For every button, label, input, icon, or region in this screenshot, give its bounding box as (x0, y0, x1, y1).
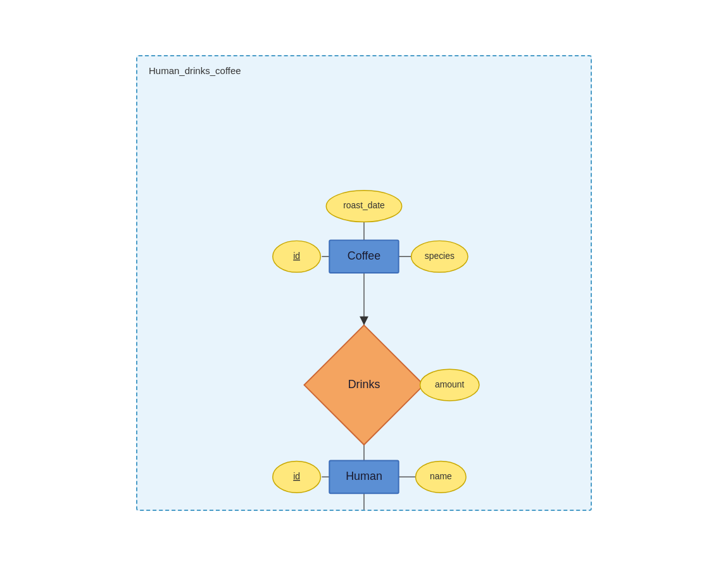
relationship-drinks-label: Drinks (348, 378, 380, 391)
canvas: Human_drinks_coffee Coff (47, 36, 681, 530)
entity-human-label: Human (346, 470, 382, 482)
diagram-container: Human_drinks_coffee Coff (136, 55, 592, 511)
attr-name-label: name (430, 471, 452, 481)
attr-roast-date-label: roast_date (343, 200, 385, 210)
entity-coffee-label: Coffee (348, 249, 380, 262)
arrow-coffee-drinks (360, 317, 368, 325)
diagram-svg: Coffee Human Drinks roast_date id specie… (137, 56, 591, 510)
attr-human-id-label: id (293, 471, 300, 481)
attr-species-label: species (425, 251, 455, 261)
attr-coffee-id-label: id (293, 251, 300, 261)
attr-amount-label: amount (435, 379, 465, 389)
